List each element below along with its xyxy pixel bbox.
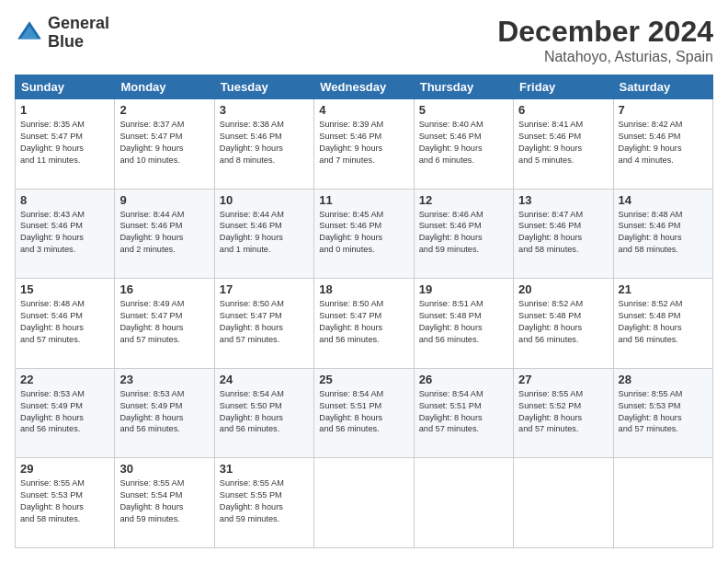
col-header-tuesday: Tuesday — [214, 75, 313, 99]
col-header-monday: Monday — [115, 75, 214, 99]
day-info: Sunrise: 8:51 AM Sunset: 5:48 PM Dayligh… — [419, 298, 508, 346]
day-cell: 17Sunrise: 8:50 AM Sunset: 5:47 PM Dayli… — [214, 279, 313, 369]
day-number: 13 — [518, 193, 608, 207]
day-cell: 16Sunrise: 8:49 AM Sunset: 5:47 PM Dayli… — [115, 279, 214, 369]
calendar-table: SundayMondayTuesdayWednesdayThursdayFrid… — [15, 75, 713, 548]
day-number: 23 — [119, 373, 209, 386]
title-block: December 2024 Natahoyo, Asturias, Spain — [497, 15, 713, 65]
col-header-wednesday: Wednesday — [314, 75, 414, 99]
day-info: Sunrise: 8:39 AM Sunset: 5:46 PM Dayligh… — [319, 119, 408, 167]
day-cell: 11Sunrise: 8:45 AM Sunset: 5:46 PM Dayli… — [314, 189, 414, 279]
day-cell: 10Sunrise: 8:44 AM Sunset: 5:46 PM Dayli… — [214, 189, 313, 279]
day-cell: 26Sunrise: 8:54 AM Sunset: 5:51 PM Dayli… — [414, 368, 513, 458]
day-info: Sunrise: 8:46 AM Sunset: 5:46 PM Dayligh… — [419, 209, 508, 257]
week-row-2: 8Sunrise: 8:43 AM Sunset: 5:46 PM Daylig… — [16, 189, 713, 279]
day-number: 11 — [319, 193, 408, 207]
day-number: 24 — [220, 373, 309, 386]
day-info: Sunrise: 8:41 AM Sunset: 5:46 PM Dayligh… — [518, 119, 608, 167]
day-cell — [314, 458, 414, 548]
day-cell — [414, 458, 513, 548]
day-number: 20 — [518, 282, 608, 296]
day-cell: 28Sunrise: 8:55 AM Sunset: 5:53 PM Dayli… — [613, 368, 712, 458]
day-info: Sunrise: 8:52 AM Sunset: 5:48 PM Dayligh… — [518, 298, 608, 346]
week-row-3: 15Sunrise: 8:48 AM Sunset: 5:46 PM Dayli… — [16, 279, 713, 369]
col-header-friday: Friday — [514, 75, 613, 99]
day-cell: 19Sunrise: 8:51 AM Sunset: 5:48 PM Dayli… — [414, 279, 513, 369]
day-cell — [613, 458, 712, 548]
month-title: December 2024 — [497, 15, 713, 49]
day-cell: 20Sunrise: 8:52 AM Sunset: 5:48 PM Dayli… — [514, 279, 613, 369]
day-number: 1 — [20, 103, 109, 117]
day-number: 14 — [619, 193, 708, 207]
header: General Blue December 2024 Natahoyo, Ast… — [15, 15, 713, 65]
day-cell: 24Sunrise: 8:54 AM Sunset: 5:50 PM Dayli… — [214, 368, 313, 458]
day-info: Sunrise: 8:52 AM Sunset: 5:48 PM Dayligh… — [619, 298, 708, 346]
day-number: 16 — [119, 282, 209, 296]
day-info: Sunrise: 8:49 AM Sunset: 5:47 PM Dayligh… — [119, 298, 209, 346]
day-number: 30 — [119, 462, 209, 476]
day-info: Sunrise: 8:55 AM Sunset: 5:52 PM Dayligh… — [518, 388, 608, 436]
day-number: 27 — [518, 373, 608, 386]
day-info: Sunrise: 8:45 AM Sunset: 5:46 PM Dayligh… — [319, 209, 408, 257]
col-header-thursday: Thursday — [414, 75, 513, 99]
day-cell: 22Sunrise: 8:53 AM Sunset: 5:49 PM Dayli… — [16, 368, 115, 458]
logo: General Blue — [15, 15, 109, 52]
day-cell: 25Sunrise: 8:54 AM Sunset: 5:51 PM Dayli… — [314, 368, 414, 458]
day-info: Sunrise: 8:53 AM Sunset: 5:49 PM Dayligh… — [20, 388, 109, 436]
day-cell: 15Sunrise: 8:48 AM Sunset: 5:46 PM Dayli… — [16, 279, 115, 369]
week-row-5: 29Sunrise: 8:55 AM Sunset: 5:53 PM Dayli… — [16, 458, 713, 548]
day-number: 17 — [220, 282, 309, 296]
day-info: Sunrise: 8:50 AM Sunset: 5:47 PM Dayligh… — [220, 298, 309, 346]
day-cell: 30Sunrise: 8:55 AM Sunset: 5:54 PM Dayli… — [115, 458, 214, 548]
day-number: 15 — [20, 282, 109, 296]
day-number: 3 — [220, 103, 309, 117]
day-number: 22 — [20, 373, 109, 386]
day-number: 7 — [619, 103, 708, 117]
day-number: 5 — [419, 103, 508, 117]
day-cell: 4Sunrise: 8:39 AM Sunset: 5:46 PM Daylig… — [314, 99, 414, 190]
day-info: Sunrise: 8:54 AM Sunset: 5:51 PM Dayligh… — [319, 388, 408, 436]
week-row-4: 22Sunrise: 8:53 AM Sunset: 5:49 PM Dayli… — [16, 368, 713, 458]
day-number: 8 — [20, 193, 109, 207]
day-info: Sunrise: 8:55 AM Sunset: 5:53 PM Dayligh… — [20, 477, 109, 525]
day-info: Sunrise: 8:54 AM Sunset: 5:50 PM Dayligh… — [220, 388, 309, 436]
day-info: Sunrise: 8:44 AM Sunset: 5:46 PM Dayligh… — [119, 209, 209, 257]
day-info: Sunrise: 8:55 AM Sunset: 5:54 PM Dayligh… — [119, 477, 209, 525]
day-info: Sunrise: 8:53 AM Sunset: 5:49 PM Dayligh… — [119, 388, 209, 436]
day-number: 4 — [319, 103, 408, 117]
day-cell: 12Sunrise: 8:46 AM Sunset: 5:46 PM Dayli… — [414, 189, 513, 279]
day-number: 29 — [20, 462, 109, 476]
logo-text: General Blue — [48, 15, 109, 52]
day-info: Sunrise: 8:55 AM Sunset: 5:53 PM Dayligh… — [619, 388, 708, 436]
day-number: 2 — [119, 103, 209, 117]
day-info: Sunrise: 8:40 AM Sunset: 5:46 PM Dayligh… — [419, 119, 508, 167]
col-header-sunday: Sunday — [16, 75, 115, 99]
day-info: Sunrise: 8:47 AM Sunset: 5:46 PM Dayligh… — [518, 209, 608, 257]
day-cell: 31Sunrise: 8:55 AM Sunset: 5:55 PM Dayli… — [214, 458, 313, 548]
day-number: 28 — [619, 373, 708, 386]
day-number: 26 — [419, 373, 508, 386]
day-info: Sunrise: 8:44 AM Sunset: 5:46 PM Dayligh… — [220, 209, 309, 257]
day-cell: 14Sunrise: 8:48 AM Sunset: 5:46 PM Dayli… — [613, 189, 712, 279]
day-number: 31 — [220, 462, 309, 476]
day-cell: 8Sunrise: 8:43 AM Sunset: 5:46 PM Daylig… — [16, 189, 115, 279]
day-info: Sunrise: 8:42 AM Sunset: 5:46 PM Dayligh… — [619, 119, 708, 167]
day-info: Sunrise: 8:35 AM Sunset: 5:47 PM Dayligh… — [20, 119, 109, 167]
day-info: Sunrise: 8:43 AM Sunset: 5:46 PM Dayligh… — [20, 209, 109, 257]
day-cell: 21Sunrise: 8:52 AM Sunset: 5:48 PM Dayli… — [613, 279, 712, 369]
day-info: Sunrise: 8:37 AM Sunset: 5:47 PM Dayligh… — [119, 119, 209, 167]
day-cell: 18Sunrise: 8:50 AM Sunset: 5:47 PM Dayli… — [314, 279, 414, 369]
day-cell: 9Sunrise: 8:44 AM Sunset: 5:46 PM Daylig… — [115, 189, 214, 279]
day-cell: 13Sunrise: 8:47 AM Sunset: 5:46 PM Dayli… — [514, 189, 613, 279]
logo-icon — [15, 18, 44, 48]
day-cell: 1Sunrise: 8:35 AM Sunset: 5:47 PM Daylig… — [16, 99, 115, 190]
day-number: 10 — [220, 193, 309, 207]
day-number: 6 — [518, 103, 608, 117]
day-info: Sunrise: 8:54 AM Sunset: 5:51 PM Dayligh… — [419, 388, 508, 436]
page: General Blue December 2024 Natahoyo, Ast… — [0, 0, 728, 563]
day-cell: 2Sunrise: 8:37 AM Sunset: 5:47 PM Daylig… — [115, 99, 214, 190]
col-header-saturday: Saturday — [613, 75, 712, 99]
day-info: Sunrise: 8:38 AM Sunset: 5:46 PM Dayligh… — [220, 119, 309, 167]
day-info: Sunrise: 8:50 AM Sunset: 5:47 PM Dayligh… — [319, 298, 408, 346]
day-number: 25 — [319, 373, 408, 386]
